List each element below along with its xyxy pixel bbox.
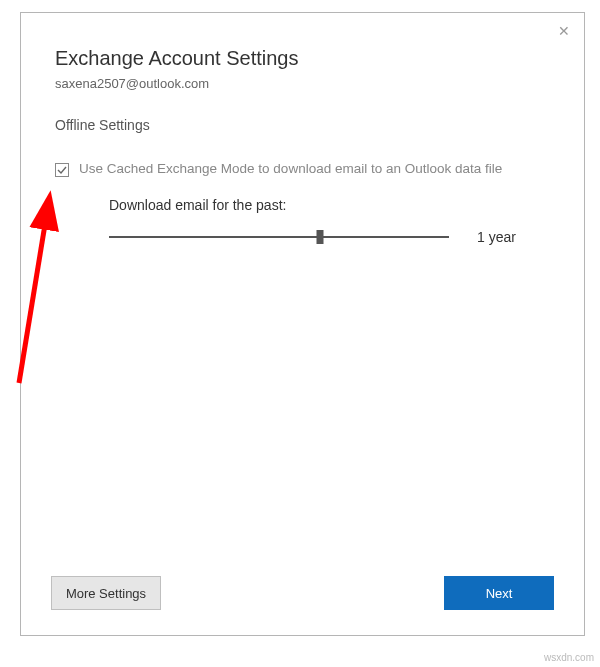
slider-thumb[interactable] bbox=[316, 230, 323, 244]
dialog-content: Exchange Account Settings saxena2507@out… bbox=[21, 13, 584, 571]
offline-settings-label: Offline Settings bbox=[55, 117, 550, 133]
download-period-label: Download email for the past: bbox=[109, 197, 550, 213]
cached-mode-label: Use Cached Exchange Mode to download ema… bbox=[79, 161, 502, 176]
next-button[interactable]: Next bbox=[444, 576, 554, 610]
more-settings-button[interactable]: More Settings bbox=[51, 576, 161, 610]
download-period-slider[interactable] bbox=[109, 227, 449, 247]
dialog-footer: More Settings Next bbox=[21, 571, 584, 635]
slider-track bbox=[109, 236, 449, 238]
slider-row: 1 year bbox=[109, 227, 550, 247]
watermark: wsxdn.com bbox=[544, 652, 594, 663]
cached-mode-row: Use Cached Exchange Mode to download ema… bbox=[55, 161, 550, 177]
page-title: Exchange Account Settings bbox=[55, 47, 550, 70]
account-email: saxena2507@outlook.com bbox=[55, 76, 550, 91]
cached-mode-checkbox[interactable] bbox=[55, 163, 69, 177]
download-period-group: Download email for the past: 1 year bbox=[109, 197, 550, 247]
slider-value-label: 1 year bbox=[477, 229, 516, 245]
checkmark-icon bbox=[57, 165, 67, 175]
exchange-account-settings-dialog: ✕ Exchange Account Settings saxena2507@o… bbox=[20, 12, 585, 636]
